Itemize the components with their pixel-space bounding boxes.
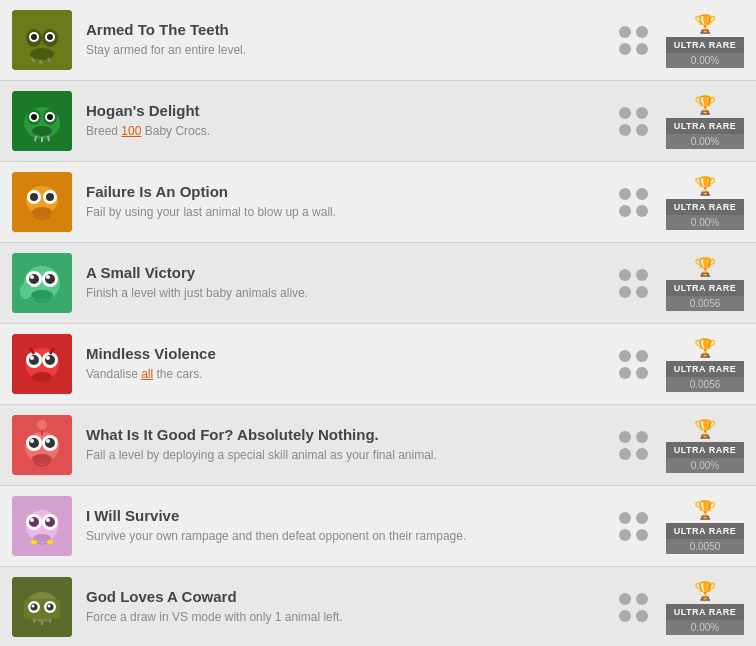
dot bbox=[636, 512, 648, 524]
dot bbox=[619, 448, 631, 460]
achievement-description: Vandalise all the cars. bbox=[86, 366, 601, 383]
achievement-row: Armed To The Teeth Stay armed for an ent… bbox=[0, 0, 756, 81]
achievement-badge: 🏆 ULTRA RARE 0.0056 bbox=[666, 256, 744, 311]
dot bbox=[636, 124, 648, 136]
svg-point-46 bbox=[30, 356, 34, 360]
dot bbox=[619, 367, 631, 379]
dot bbox=[619, 286, 631, 298]
achievement-badge: 🏆 ULTRA RARE 0.00% bbox=[666, 418, 744, 473]
svg-point-56 bbox=[45, 438, 55, 448]
svg-point-47 bbox=[46, 356, 50, 360]
dot bbox=[619, 124, 631, 136]
dot bbox=[636, 529, 648, 541]
achievement-row: Mindless Violence Vandalise all the cars… bbox=[0, 324, 756, 405]
achievement-info: A Small Victory Finish a level with just… bbox=[86, 264, 601, 302]
achievement-dots bbox=[619, 269, 648, 298]
achievement-row: God Loves A Coward Force a draw in VS mo… bbox=[0, 567, 756, 646]
dot bbox=[636, 610, 648, 622]
achievement-info: Failure Is An Option Fail by using your … bbox=[86, 183, 601, 221]
achievement-badge: 🏆 ULTRA RARE 0.0050 bbox=[666, 499, 744, 554]
dot bbox=[619, 107, 631, 119]
svg-line-20 bbox=[35, 136, 36, 141]
achievement-title: A Small Victory bbox=[86, 264, 601, 281]
dot bbox=[619, 529, 631, 541]
svg-rect-0 bbox=[12, 10, 72, 70]
achievement-info: Armed To The Teeth Stay armed for an ent… bbox=[86, 21, 601, 59]
achievement-info: I Will Survive Survive your own rampage … bbox=[86, 507, 601, 545]
dot bbox=[619, 512, 631, 524]
achievement-icon bbox=[12, 10, 72, 70]
dot bbox=[636, 269, 648, 281]
dot bbox=[619, 205, 631, 217]
rarity-percent: 0.00% bbox=[666, 134, 744, 149]
dot bbox=[636, 205, 648, 217]
svg-line-22 bbox=[48, 136, 49, 141]
rarity-label: ULTRA RARE bbox=[666, 361, 744, 377]
svg-point-68 bbox=[30, 518, 34, 522]
svg-point-45 bbox=[45, 355, 55, 365]
svg-point-37 bbox=[46, 275, 50, 279]
svg-point-44 bbox=[29, 355, 39, 365]
rarity-label: ULTRA RARE bbox=[666, 604, 744, 620]
dot bbox=[636, 107, 648, 119]
svg-point-17 bbox=[31, 114, 37, 120]
rarity-label: ULTRA RARE bbox=[666, 199, 744, 215]
rarity-percent: 0.0056 bbox=[666, 377, 744, 392]
achievement-info: Hogan's Delight Breed 100 Baby Crocs. bbox=[86, 102, 601, 140]
dot bbox=[619, 26, 631, 38]
svg-point-55 bbox=[29, 438, 39, 448]
rarity-percent: 0.00% bbox=[666, 458, 744, 473]
rarity-percent: 0.00% bbox=[666, 620, 744, 635]
achievement-row: Hogan's Delight Breed 100 Baby Crocs. 🏆 … bbox=[0, 81, 756, 162]
trophy-icon: 🏆 bbox=[694, 13, 716, 35]
trophy-icon: 🏆 bbox=[694, 175, 716, 197]
svg-point-60 bbox=[37, 420, 47, 430]
achievement-title: What Is It Good For? Absolutely Nothing. bbox=[86, 426, 601, 443]
achievement-row: A Small Victory Finish a level with just… bbox=[0, 243, 756, 324]
svg-point-27 bbox=[30, 193, 38, 201]
svg-point-39 bbox=[20, 283, 32, 299]
svg-point-34 bbox=[29, 274, 39, 284]
achievement-row: What Is It Good For? Absolutely Nothing.… bbox=[0, 405, 756, 486]
svg-point-18 bbox=[47, 114, 53, 120]
achievement-description: Force a draw in VS mode with only 1 anim… bbox=[86, 609, 601, 626]
achievement-badge: 🏆 ULTRA RARE 0.00% bbox=[666, 13, 744, 68]
achievement-row: I Will Survive Survive your own rampage … bbox=[0, 486, 756, 567]
achievement-row: Failure Is An Option Fail by using your … bbox=[0, 162, 756, 243]
rarity-percent: 0.00% bbox=[666, 53, 744, 68]
achievement-title: Mindless Violence bbox=[86, 345, 601, 362]
rarity-label: ULTRA RARE bbox=[666, 442, 744, 458]
rarity-percent: 0.0056 bbox=[666, 296, 744, 311]
dot bbox=[636, 350, 648, 362]
svg-point-71 bbox=[31, 540, 37, 544]
svg-point-58 bbox=[46, 439, 50, 443]
dot bbox=[619, 350, 631, 362]
svg-point-81 bbox=[48, 605, 51, 608]
svg-point-7 bbox=[30, 48, 54, 60]
svg-point-35 bbox=[45, 274, 55, 284]
achievement-badge: 🏆 ULTRA RARE 0.00% bbox=[666, 175, 744, 230]
achievement-title: Armed To The Teeth bbox=[86, 21, 601, 38]
achievement-description: Survive your own rampage and then defeat… bbox=[86, 528, 601, 545]
achievement-dots bbox=[619, 188, 648, 217]
svg-point-28 bbox=[46, 193, 54, 201]
dot bbox=[636, 188, 648, 200]
achievement-title: I Will Survive bbox=[86, 507, 601, 524]
achievement-description: Breed 100 Baby Crocs. bbox=[86, 123, 601, 140]
dot bbox=[619, 269, 631, 281]
achievement-description: Fail a level by deploying a special skil… bbox=[86, 447, 601, 464]
achievement-dots bbox=[619, 512, 648, 541]
achievement-info: Mindless Violence Vandalise all the cars… bbox=[86, 345, 601, 383]
svg-point-19 bbox=[32, 126, 52, 136]
dot bbox=[636, 593, 648, 605]
dot bbox=[636, 43, 648, 55]
svg-point-72 bbox=[47, 540, 53, 544]
svg-point-48 bbox=[32, 372, 52, 382]
dot bbox=[619, 43, 631, 55]
achievement-icon bbox=[12, 172, 72, 232]
trophy-icon: 🏆 bbox=[694, 256, 716, 278]
achievement-title: God Loves A Coward bbox=[86, 588, 601, 605]
achievement-dots bbox=[619, 107, 648, 136]
svg-point-38 bbox=[31, 290, 53, 300]
achievement-info: What Is It Good For? Absolutely Nothing.… bbox=[86, 426, 601, 464]
